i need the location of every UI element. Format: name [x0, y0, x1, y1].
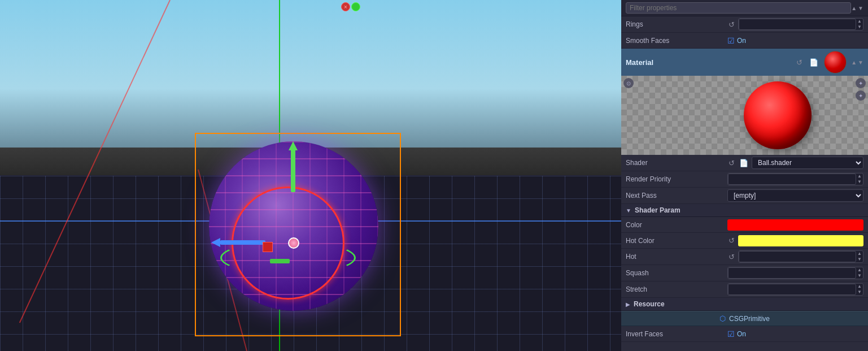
preview-icon-1[interactable]: ⊙: [623, 78, 634, 88]
material-nav: ▲ ▼: [851, 59, 863, 66]
nav-down-icon[interactable]: ▼: [858, 5, 863, 11]
material-preview-thumbnail[interactable]: [824, 51, 847, 73]
nav-arrows: ▲ ▼: [851, 5, 863, 11]
stretch-down-icon[interactable]: ▼: [857, 289, 862, 295]
stretch-row: Stretch 1.3 ▲ ▼: [621, 281, 868, 298]
material-new-icon[interactable]: 📄: [808, 58, 819, 67]
sky-background: [0, 0, 621, 148]
invert-faces-checkbox[interactable]: On: [727, 330, 746, 339]
resource-label: Resource: [634, 300, 665, 308]
material-reset-icon[interactable]: ↺: [795, 58, 804, 67]
squash-label: Squash: [626, 269, 727, 277]
hot-value-container: ↺ 0 ▲ ▼: [727, 250, 863, 263]
resource-section[interactable]: ▶ Resource: [621, 298, 868, 311]
squash-input-row: -0.5 ▲ ▼: [727, 267, 863, 279]
stretch-spinner[interactable]: ▲ ▼: [856, 284, 863, 294]
invert-faces-text: On: [737, 330, 746, 338]
render-priority-down-icon[interactable]: ▼: [857, 179, 862, 185]
hot-color-swatch[interactable]: [738, 235, 863, 246]
preview-right-icons: ✦ ✦: [856, 78, 866, 101]
resource-arrow: ▶: [626, 301, 630, 307]
maximize-button[interactable]: [351, 2, 360, 11]
next-pass-select[interactable]: [empty]: [727, 189, 863, 202]
sphere-object[interactable]: [209, 141, 390, 322]
invert-faces-row: Invert Faces On: [621, 326, 868, 342]
color-label: Color: [626, 221, 727, 229]
rings-down-icon[interactable]: ▼: [857, 24, 862, 30]
stretch-input-row: 1.3 ▲ ▼: [727, 283, 863, 296]
shader-param-section[interactable]: ▼ Shader Param: [621, 204, 868, 217]
transform-arrow-x[interactable]: [211, 238, 220, 247]
rings-value-container: ↺ 49 ▲ ▼: [727, 18, 863, 31]
shader-label: Shader: [626, 159, 727, 167]
smooth-faces-text: On: [737, 37, 746, 45]
preview-extra-icon[interactable]: ✦: [856, 90, 866, 101]
squash-input[interactable]: -0.5: [728, 267, 856, 279]
render-priority-input[interactable]: 0: [728, 174, 856, 185]
hot-spinner[interactable]: ▲ ▼: [856, 251, 863, 262]
material-nav-up[interactable]: ▲: [851, 59, 857, 66]
render-priority-up-icon[interactable]: ▲: [857, 174, 862, 179]
sphere-green-equator: [220, 241, 356, 275]
smooth-faces-checkbox[interactable]: On: [727, 36, 746, 45]
properties-panel: ▲ ▼ Rings ↺ 49 ▲ ▼ Smooth Faces: [621, 0, 868, 351]
filter-input[interactable]: [626, 2, 851, 14]
preview-settings-icon[interactable]: ✦: [856, 78, 866, 88]
squash-value-container: -0.5 ▲ ▼: [727, 267, 863, 279]
shader-file-icon[interactable]: 📄: [738, 159, 749, 167]
render-priority-label: Render Priority: [626, 175, 727, 183]
rings-up-icon[interactable]: ▲: [857, 19, 862, 24]
hot-row: Hot ↺ 0 ▲ ▼: [621, 249, 868, 265]
rings-input-row: 49 ▲ ▼: [738, 18, 863, 31]
hot-color-value-container: ↺: [727, 235, 863, 246]
stretch-value-container: 1.3 ▲ ▼: [727, 283, 863, 296]
shader-select[interactable]: Ball.shader: [752, 157, 863, 169]
csg-icon: ⬡: [719, 314, 726, 323]
hot-reset-icon[interactable]: ↺: [727, 253, 736, 261]
stretch-up-icon[interactable]: ▲: [857, 284, 862, 289]
transform-origin[interactable]: [288, 237, 299, 249]
hot-color-reset-icon[interactable]: ↺: [727, 236, 736, 245]
stretch-input[interactable]: 1.3: [728, 284, 856, 295]
squash-down-icon[interactable]: ▼: [857, 273, 862, 279]
smooth-faces-value: On: [727, 36, 863, 45]
transform-handle-green[interactable]: [270, 259, 290, 263]
material-nav-down[interactable]: ▼: [858, 59, 863, 66]
material-section: Material ↺ 📄 ▲ ▼: [621, 49, 868, 76]
properties-scroll[interactable]: Rings ↺ 49 ▲ ▼ Smooth Faces On: [621, 16, 868, 351]
hot-down-icon[interactable]: ▼: [857, 257, 862, 262]
csg-label: CSGPrimitive: [729, 315, 770, 323]
rings-label: Rings: [626, 20, 727, 28]
shader-param-arrow: ▼: [626, 207, 631, 214]
transform-handle-z[interactable]: [263, 242, 273, 252]
rings-input[interactable]: 49: [739, 19, 856, 30]
hot-input[interactable]: 0: [739, 251, 856, 262]
transform-handle-x[interactable]: [220, 240, 265, 245]
rings-spinner[interactable]: ▲ ▼: [856, 19, 863, 29]
smooth-faces-row: Smooth Faces On: [621, 33, 868, 49]
squash-up-icon[interactable]: ▲: [857, 267, 862, 273]
rings-row: Rings ↺ 49 ▲ ▼: [621, 16, 868, 33]
hot-input-row: 0 ▲ ▼: [738, 250, 863, 263]
render-priority-input-row: 0 ▲ ▼: [727, 173, 863, 185]
3d-viewport[interactable]: ×: [0, 0, 621, 351]
render-priority-value-container: 0 ▲ ▼: [727, 173, 863, 185]
squash-spinner[interactable]: ▲ ▼: [856, 267, 863, 278]
material-sphere-preview: [744, 81, 812, 149]
color-swatch[interactable]: [727, 219, 863, 231]
close-button[interactable]: ×: [341, 2, 350, 11]
hot-color-label: Hot Color: [626, 237, 727, 245]
filter-header: ▲ ▼: [621, 0, 868, 16]
csg-bar[interactable]: ⬡ CSGPrimitive: [621, 311, 868, 326]
transform-arrow-y[interactable]: [289, 141, 298, 150]
invert-faces-value: On: [727, 330, 863, 339]
next-pass-row: Next Pass [empty]: [621, 188, 868, 204]
material-label: Material: [626, 58, 791, 67]
hot-up-icon[interactable]: ▲: [857, 251, 862, 257]
nav-up-icon[interactable]: ▲: [851, 5, 857, 11]
transform-handle-y[interactable]: [291, 147, 295, 192]
render-priority-spinner[interactable]: ▲ ▼: [856, 174, 863, 184]
shader-reset-icon[interactable]: ↺: [727, 159, 736, 167]
render-priority-row: Render Priority 0 ▲ ▼: [621, 171, 868, 188]
rings-reset-icon[interactable]: ↺: [727, 20, 736, 29]
